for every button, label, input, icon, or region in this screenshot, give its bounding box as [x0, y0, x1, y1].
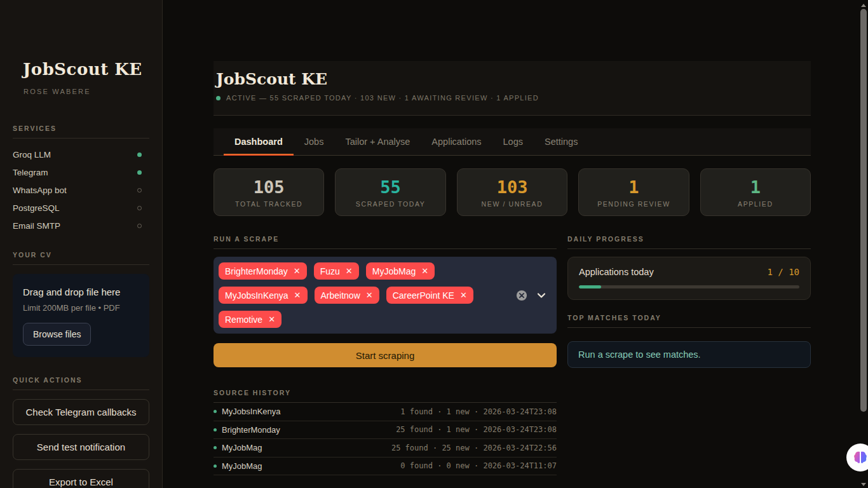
services-section: SERVICES Groq LLM Telegram WhatsApp bot …	[13, 125, 149, 234]
chip-fuzu[interactable]: Fuzu✕	[314, 262, 359, 280]
chip-remove-icon[interactable]: ✕	[460, 290, 467, 300]
service-row-email: Email SMTP	[13, 217, 149, 234]
chip-brightermonday[interactable]: BrighterMonday✕	[219, 262, 307, 280]
main-content: JobScout KE ACTIVE — 55 SCRAPED TODAY · …	[163, 0, 868, 488]
service-row-telegram: Telegram	[13, 163, 149, 181]
browse-files-button[interactable]: Browse files	[23, 323, 91, 346]
stat-label: TOTAL TRACKED	[235, 200, 302, 208]
stat-value: 103	[497, 177, 528, 197]
start-scraping-button[interactable]: Start scraping	[214, 343, 557, 367]
chip-myjobmag[interactable]: MyJobMag✕	[366, 262, 435, 280]
service-row-whatsapp: WhatsApp bot	[13, 181, 149, 199]
tab-dashboard[interactable]: Dashboard	[224, 128, 294, 155]
tab-logs[interactable]: Logs	[492, 128, 534, 155]
service-label: PostgreSQL	[13, 203, 60, 213]
chip-remove-icon[interactable]: ✕	[346, 266, 353, 276]
status-offline-icon	[137, 206, 142, 210]
history-detail: 25 found · 25 new · 2026-03-24T22:56	[391, 444, 557, 452]
quick-actions-section: QUICK ACTIONS Check Telegram callbacks S…	[13, 376, 149, 488]
history-row: MyJobMag 0 found · 0 new · 2026-03-24T11…	[214, 458, 557, 476]
chip-label: Arbeitnow	[321, 290, 360, 301]
sidebar-user-name: ROSE WABERE	[24, 88, 162, 95]
stat-label: SCRAPED TODAY	[356, 200, 426, 208]
sources-multiselect[interactable]: BrighterMonday✕ Fuzu✕ MyJobMag✕ MyJobsIn…	[214, 257, 557, 334]
top-matches-info-box: Run a scrape to see matches.	[567, 341, 811, 368]
chip-arbeitnow[interactable]: Arbeitnow✕	[315, 287, 379, 304]
history-dot-icon	[214, 410, 217, 413]
status-online-icon	[137, 152, 142, 157]
stat-value: 55	[380, 177, 401, 197]
progress-bar-fill	[579, 285, 601, 288]
history-row: MyJobMag 25 found · 25 new · 2026-03-24T…	[214, 439, 557, 458]
stat-new-unread: 103 NEW / UNREAD	[457, 168, 567, 216]
history-source: BrighterMonday	[222, 425, 280, 435]
chip-remove-icon[interactable]: ✕	[421, 266, 428, 276]
stat-total-tracked: 105 TOTAL TRACKED	[214, 168, 324, 216]
chevron-down-icon[interactable]	[536, 290, 546, 301]
chip-careerpoint-ke[interactable]: CareerPoint KE✕	[386, 287, 473, 304]
chip-myjobsinkenya[interactable]: MyJobsInKenya✕	[219, 287, 308, 304]
service-row-postgresql: PostgreSQL	[13, 199, 149, 217]
stat-value: 1	[750, 177, 761, 197]
progress-label: Applications today	[579, 267, 654, 277]
tab-bar: Dashboard Jobs Tailor + Analyse Applicat…	[214, 128, 811, 156]
chip-label: BrighterMonday	[225, 266, 288, 276]
stat-value: 105	[254, 177, 285, 197]
history-detail: 25 found · 1 new · 2026-03-24T23:08	[396, 425, 557, 434]
tab-settings[interactable]: Settings	[534, 128, 588, 155]
assistant-fab-button[interactable]	[846, 444, 868, 471]
chip-remove-icon[interactable]: ✕	[294, 266, 301, 276]
quick-actions-heading: QUICK ACTIONS	[13, 376, 149, 390]
send-test-notification-button[interactable]: Send test notification	[13, 434, 149, 460]
service-label: Telegram	[13, 168, 48, 177]
brain-icon	[853, 451, 868, 464]
status-offline-icon	[137, 224, 142, 228]
chip-label: Fuzu	[320, 266, 340, 276]
stat-pending-review: 1 PENDING REVIEW	[578, 168, 689, 216]
scrollbar-up-arrow[interactable]	[861, 4, 866, 7]
service-label: Email SMTP	[13, 221, 60, 231]
history-source: MyJobMag	[222, 443, 262, 452]
tab-applications[interactable]: Applications	[421, 128, 492, 155]
status-offline-icon	[137, 188, 142, 193]
stat-value: 1	[628, 177, 639, 197]
tab-tailor-analyse[interactable]: Tailor + Analyse	[334, 128, 421, 155]
active-status-icon	[216, 96, 220, 100]
stat-scraped-today: 55 SCRAPED TODAY	[335, 168, 445, 216]
dropzone-hint: Limit 200MB per file • PDF	[23, 303, 139, 313]
chip-remove-icon[interactable]: ✕	[268, 315, 275, 324]
chip-remove-icon[interactable]: ✕	[366, 290, 373, 300]
history-dot-icon	[214, 464, 217, 468]
tab-jobs[interactable]: Jobs	[294, 128, 335, 155]
scrollbar-down-arrow[interactable]	[861, 483, 866, 486]
top-matches-heading: TOP MATCHES TODAY	[567, 314, 811, 328]
progress-bar	[579, 285, 799, 288]
history-source: MyJobsInKenya	[222, 407, 281, 416]
daily-progress-heading: DAILY PROGRESS	[567, 235, 811, 249]
clear-all-icon[interactable]	[516, 290, 527, 301]
chip-label: Remotive	[225, 315, 262, 325]
page-title: JobScout KE	[216, 70, 811, 88]
export-to-excel-button[interactable]: Export to Excel	[13, 469, 149, 488]
stat-applied: 1 APPLIED	[700, 168, 811, 216]
history-row: MyJobsInKenya 1 found · 1 new · 2026-03-…	[214, 403, 557, 421]
source-history-section: SOURCE HISTORY MyJobsInKenya 1 found · 1…	[214, 389, 557, 475]
history-dot-icon	[214, 428, 217, 431]
run-a-scrape-heading: RUN A SCRAPE	[214, 235, 557, 249]
check-telegram-callbacks-button[interactable]: Check Telegram callbacks	[13, 399, 149, 425]
history-dot-icon	[214, 446, 217, 449]
scrollbar-thumb[interactable]	[860, 9, 867, 412]
top-matches-message: Run a scrape to see matches.	[578, 349, 701, 360]
history-detail: 1 found · 1 new · 2026-03-24T23:08	[400, 407, 557, 416]
file-dropzone[interactable]: Drag and drop file here Limit 200MB per …	[13, 274, 149, 357]
chip-remove-icon[interactable]: ✕	[294, 290, 301, 300]
services-heading: SERVICES	[13, 125, 149, 139]
chip-remotive[interactable]: Remotive✕	[219, 311, 281, 328]
service-label: Groq LLM	[13, 150, 51, 159]
page-header: JobScout KE ACTIVE — 55 SCRAPED TODAY · …	[214, 61, 811, 116]
status-line: ACTIVE — 55 SCRAPED TODAY · 103 NEW · 1 …	[226, 94, 539, 102]
daily-progress-card: Applications today 1 / 10	[567, 257, 811, 300]
cv-heading: YOUR CV	[13, 251, 149, 265]
chip-label: CareerPoint KE	[393, 290, 454, 301]
source-history-heading: SOURCE HISTORY	[214, 389, 557, 403]
